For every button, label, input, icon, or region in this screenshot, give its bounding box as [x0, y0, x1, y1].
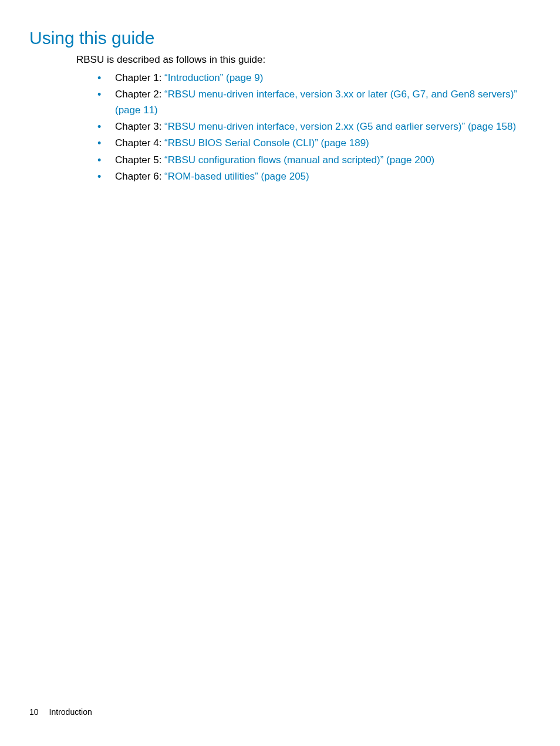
chapter-prefix: Chapter 5: [115, 154, 164, 166]
footer-page-number: 10 [29, 707, 39, 717]
list-item: Chapter 2: “RBSU menu-driven interface, … [95, 87, 531, 118]
chapter-link-rom-utilities[interactable]: “ROM-based utilities” (page 205) [164, 171, 309, 182]
list-item: Chapter 3: “RBSU menu-driven interface, … [95, 119, 531, 134]
page-content: Using this guide RBSU is described as fo… [0, 0, 560, 184]
section-heading: Using this guide [29, 28, 531, 48]
chapter-link-rbsu-v2[interactable]: “RBSU menu-driven interface, version 2.x… [164, 121, 516, 132]
list-item: Chapter 5: “RBSU configuration flows (ma… [95, 153, 531, 168]
chapter-prefix: Chapter 6: [115, 171, 164, 182]
list-item: Chapter 1: “Introduction” (page 9) [95, 70, 531, 86]
chapter-link-bios-serial-console[interactable]: “RBSU BIOS Serial Console (CLI)” (page 1… [164, 137, 369, 148]
chapter-list: Chapter 1: “Introduction” (page 9) Chapt… [95, 70, 531, 184]
chapter-link-introduction[interactable]: “Introduction” (page 9) [164, 72, 263, 83]
chapter-prefix: Chapter 4: [115, 137, 164, 148]
intro-paragraph: RBSU is described as follows in this gui… [76, 54, 531, 66]
list-item: Chapter 6: “ROM-based utilities” (page 2… [95, 169, 531, 184]
chapter-link-config-flows[interactable]: “RBSU configuration flows (manual and sc… [164, 154, 434, 166]
list-item: Chapter 4: “RBSU BIOS Serial Console (CL… [95, 136, 531, 151]
chapter-prefix: Chapter 1: [115, 72, 164, 83]
chapter-prefix: Chapter 3: [115, 121, 164, 132]
chapter-prefix: Chapter 2: [115, 89, 164, 100]
page-footer: 10Introduction [29, 707, 92, 717]
footer-section-name: Introduction [49, 707, 92, 717]
chapter-link-rbsu-v3[interactable]: “RBSU menu-driven interface, version 3.x… [115, 89, 517, 115]
